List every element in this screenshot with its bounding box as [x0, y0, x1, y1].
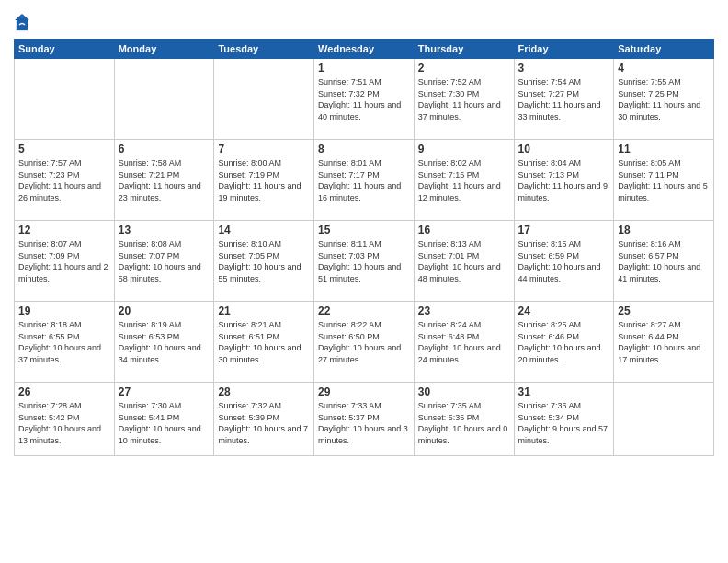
- day-info: Sunrise: 7:54 AM Sunset: 7:27 PM Dayligh…: [518, 76, 610, 122]
- header: [14, 9, 714, 33]
- calendar-week-row: 26Sunrise: 7:28 AM Sunset: 5:42 PM Dayli…: [15, 383, 714, 456]
- day-info: Sunrise: 8:05 AM Sunset: 7:11 PM Dayligh…: [618, 157, 710, 203]
- page: SundayMondayTuesdayWednesdayThursdayFrid…: [0, 0, 728, 563]
- calendar: SundayMondayTuesdayWednesdayThursdayFrid…: [14, 39, 714, 456]
- day-info: Sunrise: 7:33 AM Sunset: 5:37 PM Dayligh…: [318, 400, 410, 446]
- day-number: 27: [119, 385, 210, 398]
- day-info: Sunrise: 7:30 AM Sunset: 5:41 PM Dayligh…: [119, 400, 210, 446]
- day-number: 22: [318, 304, 410, 317]
- day-info: Sunrise: 7:32 AM Sunset: 5:39 PM Dayligh…: [218, 400, 310, 446]
- day-number: 30: [418, 385, 510, 398]
- day-info: Sunrise: 8:16 AM Sunset: 6:57 PM Dayligh…: [618, 238, 710, 284]
- day-number: 9: [418, 143, 510, 155]
- day-number: 16: [418, 224, 510, 236]
- day-number: 5: [18, 143, 110, 155]
- calendar-cell: 2Sunrise: 7:52 AM Sunset: 7:30 PM Daylig…: [414, 59, 514, 140]
- day-number: 11: [618, 143, 710, 155]
- day-number: 31: [518, 385, 610, 398]
- weekday-header: Friday: [514, 40, 614, 59]
- calendar-week-row: 1Sunrise: 7:51 AM Sunset: 7:32 PM Daylig…: [15, 59, 714, 140]
- day-info: Sunrise: 7:28 AM Sunset: 5:42 PM Dayligh…: [18, 400, 110, 446]
- day-number: 2: [418, 62, 510, 75]
- calendar-cell: 30Sunrise: 7:35 AM Sunset: 5:35 PM Dayli…: [414, 383, 514, 456]
- calendar-week-row: 5Sunrise: 7:57 AM Sunset: 7:23 PM Daylig…: [15, 140, 714, 221]
- calendar-cell: [214, 59, 314, 140]
- day-info: Sunrise: 7:55 AM Sunset: 7:25 PM Dayligh…: [618, 76, 710, 122]
- day-info: Sunrise: 8:01 AM Sunset: 7:17 PM Dayligh…: [318, 157, 410, 203]
- calendar-cell: 25Sunrise: 8:27 AM Sunset: 6:44 PM Dayli…: [614, 302, 714, 383]
- calendar-cell: 31Sunrise: 7:36 AM Sunset: 5:34 PM Dayli…: [514, 383, 614, 456]
- calendar-cell: 12Sunrise: 8:07 AM Sunset: 7:09 PM Dayli…: [15, 221, 115, 302]
- day-number: 25: [618, 304, 710, 317]
- calendar-cell: [114, 59, 214, 140]
- calendar-cell: 14Sunrise: 8:10 AM Sunset: 7:05 PM Dayli…: [214, 221, 314, 302]
- calendar-cell: 23Sunrise: 8:24 AM Sunset: 6:48 PM Dayli…: [414, 302, 514, 383]
- day-info: Sunrise: 8:27 AM Sunset: 6:44 PM Dayligh…: [618, 319, 710, 365]
- day-number: 8: [318, 143, 410, 155]
- day-info: Sunrise: 7:36 AM Sunset: 5:34 PM Dayligh…: [518, 400, 610, 446]
- calendar-cell: 22Sunrise: 8:22 AM Sunset: 6:50 PM Dayli…: [314, 302, 415, 383]
- calendar-cell: 10Sunrise: 8:04 AM Sunset: 7:13 PM Dayli…: [514, 140, 614, 221]
- day-info: Sunrise: 8:10 AM Sunset: 7:05 PM Dayligh…: [218, 238, 310, 284]
- day-number: 21: [218, 304, 310, 317]
- day-number: 13: [119, 224, 210, 236]
- weekday-header: Sunday: [15, 40, 115, 59]
- calendar-cell: 16Sunrise: 8:13 AM Sunset: 7:01 PM Dayli…: [414, 221, 514, 302]
- day-info: Sunrise: 8:18 AM Sunset: 6:55 PM Dayligh…: [18, 319, 110, 365]
- day-number: 18: [618, 224, 710, 236]
- calendar-cell: 6Sunrise: 7:58 AM Sunset: 7:21 PM Daylig…: [114, 140, 214, 221]
- day-info: Sunrise: 8:21 AM Sunset: 6:51 PM Dayligh…: [218, 319, 310, 365]
- calendar-cell: [15, 59, 115, 140]
- calendar-cell: 13Sunrise: 8:08 AM Sunset: 7:07 PM Dayli…: [114, 221, 214, 302]
- day-info: Sunrise: 8:00 AM Sunset: 7:19 PM Dayligh…: [218, 157, 310, 203]
- weekday-header-row: SundayMondayTuesdayWednesdayThursdayFrid…: [15, 40, 714, 59]
- day-number: 19: [18, 304, 110, 317]
- day-info: Sunrise: 8:25 AM Sunset: 6:46 PM Dayligh…: [518, 319, 610, 365]
- day-info: Sunrise: 8:04 AM Sunset: 7:13 PM Dayligh…: [518, 157, 610, 203]
- calendar-cell: 18Sunrise: 8:16 AM Sunset: 6:57 PM Dayli…: [614, 221, 714, 302]
- calendar-cell: 11Sunrise: 8:05 AM Sunset: 7:11 PM Dayli…: [614, 140, 714, 221]
- weekday-header: Thursday: [414, 40, 514, 59]
- calendar-cell: 3Sunrise: 7:54 AM Sunset: 7:27 PM Daylig…: [514, 59, 614, 140]
- calendar-cell: [614, 383, 714, 456]
- calendar-week-row: 12Sunrise: 8:07 AM Sunset: 7:09 PM Dayli…: [15, 221, 714, 302]
- calendar-cell: 7Sunrise: 8:00 AM Sunset: 7:19 PM Daylig…: [214, 140, 314, 221]
- day-number: 1: [318, 62, 410, 75]
- weekday-header: Tuesday: [214, 40, 314, 59]
- day-info: Sunrise: 7:51 AM Sunset: 7:32 PM Dayligh…: [318, 76, 410, 122]
- day-number: 28: [218, 385, 310, 398]
- day-info: Sunrise: 8:07 AM Sunset: 7:09 PM Dayligh…: [18, 238, 110, 284]
- day-info: Sunrise: 8:15 AM Sunset: 6:59 PM Dayligh…: [518, 238, 610, 284]
- day-info: Sunrise: 8:22 AM Sunset: 6:50 PM Dayligh…: [318, 319, 410, 365]
- day-number: 7: [218, 143, 310, 155]
- day-number: 10: [518, 143, 610, 155]
- day-info: Sunrise: 8:13 AM Sunset: 7:01 PM Dayligh…: [418, 238, 510, 284]
- logo: [14, 13, 32, 33]
- day-info: Sunrise: 8:11 AM Sunset: 7:03 PM Dayligh…: [318, 238, 410, 284]
- calendar-cell: 27Sunrise: 7:30 AM Sunset: 5:41 PM Dayli…: [114, 383, 214, 456]
- calendar-cell: 9Sunrise: 8:02 AM Sunset: 7:15 PM Daylig…: [414, 140, 514, 221]
- day-info: Sunrise: 8:02 AM Sunset: 7:15 PM Dayligh…: [418, 157, 510, 203]
- calendar-cell: 1Sunrise: 7:51 AM Sunset: 7:32 PM Daylig…: [314, 59, 415, 140]
- calendar-cell: 5Sunrise: 7:57 AM Sunset: 7:23 PM Daylig…: [15, 140, 115, 221]
- day-number: 6: [119, 143, 210, 155]
- day-info: Sunrise: 7:35 AM Sunset: 5:35 PM Dayligh…: [418, 400, 510, 446]
- day-number: 15: [318, 224, 410, 236]
- day-number: 29: [318, 385, 410, 398]
- day-number: 23: [418, 304, 510, 317]
- weekday-header: Saturday: [614, 40, 714, 59]
- weekday-header: Wednesday: [314, 40, 415, 59]
- day-number: 3: [518, 62, 610, 75]
- day-info: Sunrise: 8:19 AM Sunset: 6:53 PM Dayligh…: [119, 319, 210, 365]
- day-number: 20: [119, 304, 210, 317]
- calendar-cell: 29Sunrise: 7:33 AM Sunset: 5:37 PM Dayli…: [314, 383, 415, 456]
- day-number: 4: [618, 62, 710, 75]
- day-info: Sunrise: 8:24 AM Sunset: 6:48 PM Dayligh…: [418, 319, 510, 365]
- weekday-header: Monday: [114, 40, 214, 59]
- calendar-cell: 20Sunrise: 8:19 AM Sunset: 6:53 PM Dayli…: [114, 302, 214, 383]
- calendar-cell: 28Sunrise: 7:32 AM Sunset: 5:39 PM Dayli…: [214, 383, 314, 456]
- calendar-cell: 17Sunrise: 8:15 AM Sunset: 6:59 PM Dayli…: [514, 221, 614, 302]
- day-number: 12: [18, 224, 110, 236]
- day-number: 14: [218, 224, 310, 236]
- calendar-cell: 26Sunrise: 7:28 AM Sunset: 5:42 PM Dayli…: [15, 383, 115, 456]
